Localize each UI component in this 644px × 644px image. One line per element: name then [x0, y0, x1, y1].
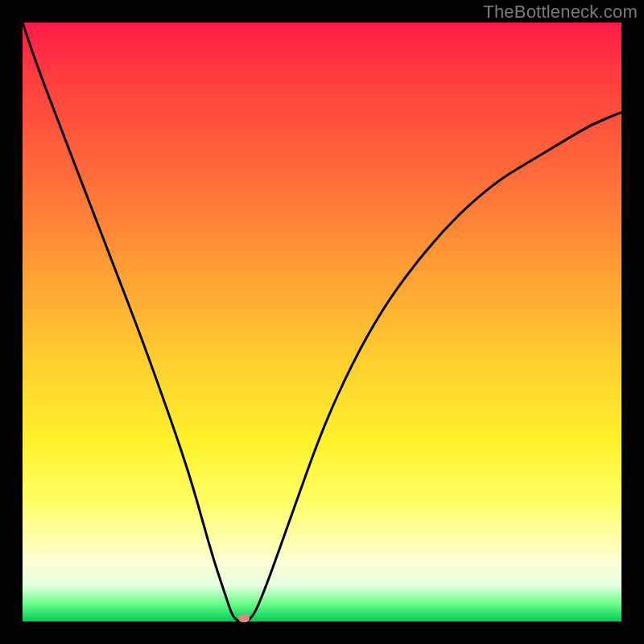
min-point-marker [238, 614, 250, 622]
bottleneck-curve [23, 23, 621, 621]
plot-area [23, 23, 621, 621]
watermark-text: TheBottleneck.com [483, 2, 638, 23]
chart-frame: TheBottleneck.com [0, 0, 644, 644]
curve-svg [23, 23, 621, 621]
